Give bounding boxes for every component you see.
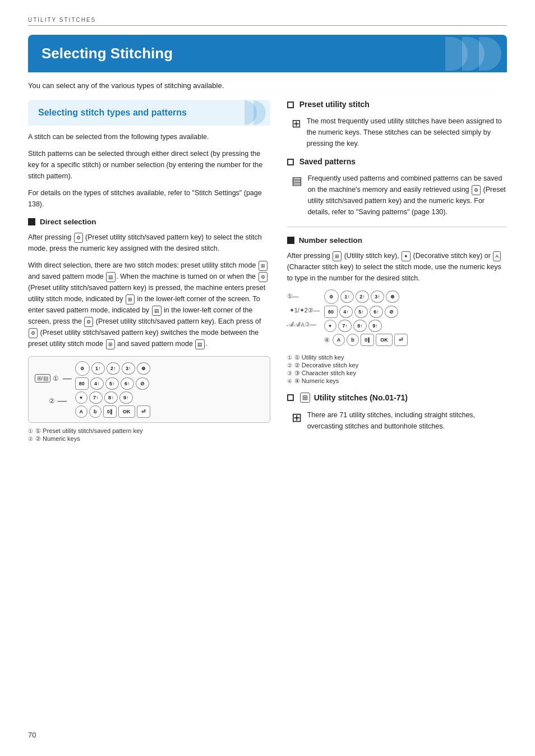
number-selection-label: Number selection [299,236,362,245]
key-back: ⊘ [136,377,149,390]
preset-utility-section: Preset utility stitch ⊞ The most frequen… [287,100,507,149]
number-selection-section: Number selection After pressing ⊞ (Utili… [287,236,507,385]
keyboard-diagram-1: ⊞/▤ ① — ② — ⚙ 1↑ 2↑ [28,356,270,423]
key2-back: ⊘ [385,306,398,318]
divider [287,227,507,227]
caption-1: ① ① Preset utility stitch/saved pattern … [28,427,270,435]
key2-80: 80 [324,306,338,318]
num-caption-4-text: ④ Numeric keys [294,377,339,385]
kbd-row-1: ⚙ 1↑ 2↑ 3↑ ⊕ [75,361,150,376]
number-diagram-inner: ①— ✦1/✦2②— 𝒜/𝒜/𝔸③— ⚙ [287,289,507,346]
key2-8: 8↑ [353,320,367,332]
key-arrow: ⊕ [137,362,150,375]
key2-ok: OK [376,334,393,346]
preset-utility-body: The most frequently used utility stitche… [307,116,507,149]
key2-1: 1↑ [340,291,354,303]
kbd-row2-4: ④ A b 0‖ OK ⏎ [324,334,408,346]
body-text-2: Stitch patterns can be selected through … [28,148,270,182]
number-diagram-captions: ① ① Utility stitch key ② ② Decorative st… [287,354,507,385]
utility-checkbox [287,394,294,401]
key-6: 6↑ [121,377,134,390]
page-title: Selecting Stitching [41,45,173,62]
diagram1-label-row: ⊞/▤ ① — ② — ⚙ 1↑ 2↑ [34,361,150,418]
key-5: 5↑ [105,377,119,390]
utility-stitch-icon: ⊞ [300,393,310,403]
top-label: UTILITY STITCHES [28,17,507,26]
direct-selection-heading: Direct selection [28,218,270,226]
key-1: 1↑ [91,362,105,375]
num-label-1: ①— [287,293,299,300]
key-back2: ⏎ [137,405,150,418]
grid-icon-3: ⊞ [106,339,115,349]
intro-text: You can select any of the various types … [28,81,507,90]
preset-utility-heading: Preset utility stitch [299,100,370,109]
section-box-chevron [248,100,266,125]
number-diagram-left-labels: ①— ✦1/✦2②— 𝒜/𝒜/𝔸③— [287,293,320,328]
body-text-1: A stitch can be selected from the follow… [28,131,270,142]
key2-A: A [333,334,345,346]
preset-key-icon-4: ⚙ [29,328,38,338]
saved-checkbox [287,159,294,165]
utility-checkbox-row: ⊞ Utility stitches (No.01-71) [287,393,507,403]
num-caption-2-text: ② Decorative stitch key [294,362,359,369]
utility-stitches-heading: Utility stitches (No.01-71) [314,393,408,402]
key2-2: 2↑ [356,291,369,303]
key2-b: b [347,334,359,346]
black-square-icon [28,218,35,225]
key-A: A [75,405,87,418]
kbd-row2-3: ✦ 7↑ 8↑ 9↑ [324,320,408,332]
utility-stitch-large-icon: ⊞ [292,411,302,425]
number-selection-heading: Number selection [287,236,507,245]
key2-0: 0‖ [361,334,374,346]
num-caption-4: ④ ④ Numeric keys [287,377,507,385]
black-square-icon-2 [287,237,294,244]
saved-patterns-section: Saved patterns ▤ Frequently used pattern… [287,157,507,218]
kbd-row2-2: 80 4↑ 5↑ 6↑ ⊘ [324,306,408,318]
utility-heading-row: ⊞ Utility stitches (No.01-71) [299,393,408,403]
key-ok: OK [118,405,135,418]
caption-2: ② ② Numeric keys [28,435,270,442]
page-header: Selecting Stitching [28,35,507,72]
page-number: 70 [28,731,36,739]
left-column: Selecting stitch types and patterns A st… [28,100,270,443]
direct-selection-body: After pressing ⚙ (Preset utility stitch/… [28,232,270,254]
key2-6: 6↑ [370,306,383,318]
key-7: 7↑ [89,391,103,404]
caption-2-text: ② Numeric keys [35,435,80,442]
key-2: 2↑ [107,362,120,375]
preset-key-icon-3: ⚙ [84,317,93,327]
num-caption-1: ① ① Utility stitch key [287,354,507,361]
num-caption-3-text: ③ Character stitch key [294,370,356,377]
row4-label: ④ [324,336,330,344]
header-chevron-deco [451,37,501,71]
kbd-row-3: ✦ 7↑ 8↑ 9↑ [75,391,150,404]
page: UTILITY STITCHES Selecting Stitching You… [0,0,535,756]
preset-checkbox [287,102,294,108]
caption-1-text: ① Preset utility stitch/saved pattern ke… [35,427,143,435]
key2-back2: ⏎ [394,334,408,346]
num-label-2: ✦1/✦2②— [289,307,320,314]
key2-arrow: ⊕ [386,291,399,303]
num-caption-1-text: ① Utility stitch key [294,354,344,361]
key-80: 80 [75,377,89,390]
key2-9: 9↑ [368,320,382,332]
kbd-grid-1: ⚙ 1↑ 2↑ 3↑ ⊕ 80 4↑ 5↑ 6↑ ⊘ [75,361,150,418]
body-text-3: For details on the types of stitches ava… [28,187,270,210]
key-8: 8↑ [104,391,118,404]
direct-selection-body2: With direct selection, there are two sti… [28,260,270,349]
direct-selection-label: Direct selection [40,218,96,226]
grid-mode-icon: ⊞ [259,261,268,271]
num-caption-2: ② ② Decorative stitch key [287,362,507,369]
section-box-title: Selecting stitch types and patterns [38,108,260,118]
saved-checkbox-row: Saved patterns [287,157,507,166]
number-diagram-wrap: ①— ✦1/✦2②— 𝒜/𝒜/𝔸③— ⚙ [287,289,507,346]
section-box: Selecting stitch types and patterns [28,100,270,126]
saved-pattern-icon: ▤ [292,174,302,187]
key-star: ✦ [75,391,87,404]
deco-key-icon: ✦ [402,251,411,261]
key2-3: 3↑ [371,291,384,303]
utility-content: ⊞ There are 71 utility stitches, includi… [292,409,507,432]
utility-stitches-body: There are 71 utility stitches, including… [307,409,507,432]
preset-checkbox-row: Preset utility stitch [287,100,507,109]
preset-key-icon-1: ⚙ [74,233,83,243]
